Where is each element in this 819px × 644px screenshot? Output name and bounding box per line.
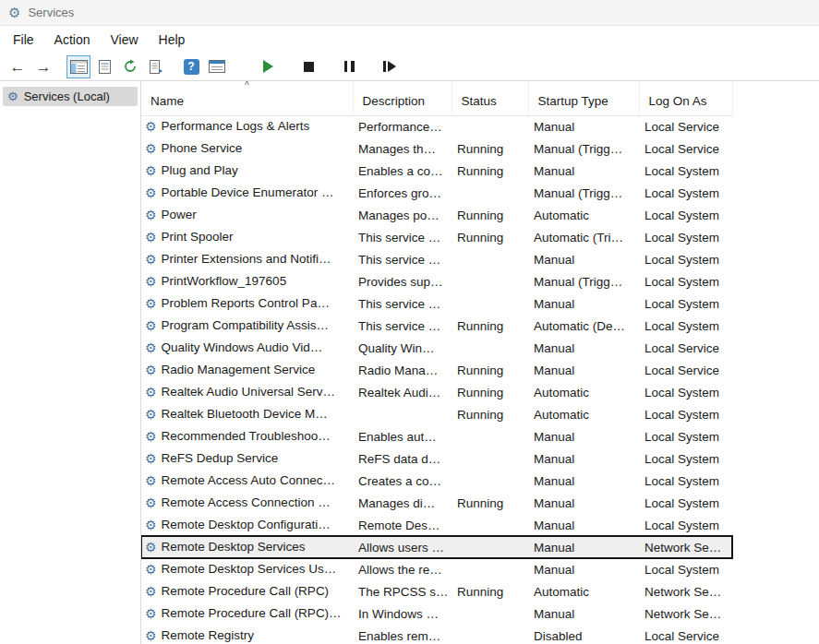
service-status: Running [452, 359, 528, 381]
service-row[interactable]: ⚙Realtek Bluetooth Device M…RunningAutom… [141, 403, 732, 425]
service-row[interactable]: ⚙Program Compatibility Assis…This servic… [141, 315, 732, 337]
service-row[interactable]: ⚙Radio Management ServiceRadio Mana…Runn… [141, 359, 732, 381]
services-table: ^ Name Description Status Startup Type [141, 81, 733, 644]
action-pane-button[interactable] [205, 55, 229, 78]
service-startup-type: Manual [528, 160, 639, 182]
service-row[interactable]: ⚙Printer Extensions and Notifi…This serv… [141, 248, 732, 270]
forward-button[interactable]: → [31, 55, 55, 78]
service-name-cell: ⚙Realtek Audio Universal Serv… [141, 381, 353, 403]
column-header-description[interactable]: Description [353, 81, 452, 115]
service-name: Quality Windows Audio Vid… [162, 340, 323, 354]
service-status: Running [452, 160, 528, 182]
service-log-on-as: Local Service [639, 115, 732, 137]
service-description: Manages di… [353, 492, 452, 514]
service-name-cell: ⚙Power [141, 204, 353, 226]
service-gear-icon: ⚙ [145, 141, 157, 156]
service-description: Quality Win… [353, 337, 452, 359]
service-name: Phone Service [162, 141, 243, 155]
service-row[interactable]: ⚙Remote Desktop Configurati…Remote Des…M… [141, 514, 732, 536]
properties-button[interactable] [92, 55, 116, 78]
service-name-cell: ⚙Print Spooler [141, 226, 353, 248]
stop-service-button[interactable] [296, 55, 320, 78]
service-row[interactable]: ⚙Remote RegistryEnables rem…DisabledLoca… [141, 625, 732, 644]
service-row[interactable]: ⚙Recommended Troubleshoo…Enables aut…Man… [141, 425, 732, 447]
service-row[interactable]: ⚙Realtek Audio Universal Serv…Realtek Au… [141, 381, 732, 403]
service-row[interactable]: ⚙Remote Desktop ServicesAllows users …Ma… [141, 536, 732, 558]
service-status [452, 447, 528, 470]
service-description: Performance… [353, 115, 452, 137]
service-name-cell: ⚙Portable Device Enumerator … [141, 182, 353, 204]
column-header-name[interactable]: ^ Name [141, 81, 353, 115]
service-row[interactable]: ⚙Phone ServiceManages th…RunningManual (… [141, 137, 732, 160]
service-row[interactable]: ⚙Performance Logs & AlertsPerformance…Ma… [141, 115, 732, 137]
service-gear-icon: ⚙ [145, 518, 157, 532]
service-row[interactable]: ⚙Problem Reports Control Pa…This service… [141, 292, 732, 315]
service-row[interactable]: ⚙Print SpoolerThis service …RunningAutom… [141, 226, 732, 248]
service-startup-type: Manual [528, 558, 639, 580]
service-name: PrintWorkflow_197605 [162, 274, 287, 288]
restart-service-button[interactable] [378, 55, 402, 78]
column-header-status[interactable]: Status [452, 81, 528, 115]
service-row[interactable]: ⚙Portable Device Enumerator …Enforces gr… [141, 182, 732, 204]
service-gear-icon: ⚙ [145, 363, 157, 377]
service-log-on-as: Local Service [639, 137, 732, 160]
service-row[interactable]: ⚙Remote Access Connection …Manages di…Ru… [141, 492, 732, 514]
service-gear-icon: ⚙ [145, 628, 157, 643]
service-description: ReFS data d… [353, 447, 452, 470]
service-row[interactable]: ⚙Remote Procedure Call (RPC)…In Windows … [141, 602, 732, 625]
service-description: Creates a co… [353, 470, 452, 492]
export-document-icon [150, 60, 163, 74]
tree-item-services-local[interactable]: ⚙ Services (Local) [3, 87, 138, 106]
service-description: This service … [353, 292, 452, 315]
export-list-button[interactable] [144, 55, 168, 78]
service-name: Power [162, 208, 197, 221]
services-table-body: ⚙Performance Logs & AlertsPerformance…Ma… [141, 115, 732, 644]
service-log-on-as: Local System [639, 425, 732, 447]
menu-action[interactable]: Action [44, 29, 101, 51]
column-header-label: Log On As [649, 94, 707, 108]
service-name-cell: ⚙Printer Extensions and Notifi… [141, 248, 353, 270]
service-name: ReFS Dedup Service [162, 451, 279, 465]
show-console-tree-button[interactable] [66, 55, 90, 78]
service-row[interactable]: ⚙PowerManages po…RunningAutomaticLocal S… [141, 204, 732, 226]
refresh-button[interactable] [118, 55, 142, 78]
service-status [452, 337, 528, 359]
service-row[interactable]: ⚙ReFS Dedup ServiceReFS data d…ManualLoc… [141, 447, 732, 470]
service-startup-type: Manual [528, 492, 639, 514]
service-status [452, 115, 528, 137]
service-row[interactable]: ⚙Remote Access Auto Connec…Creates a co…… [141, 470, 732, 492]
service-name-cell: ⚙Radio Management Service [141, 359, 353, 381]
column-header-log-on-as[interactable]: Log On As [639, 81, 732, 115]
service-name: Remote Registry [162, 628, 255, 642]
service-startup-type: Manual [528, 536, 639, 558]
service-row[interactable]: ⚙Remote Desktop Services Us…Allows the r… [141, 558, 732, 580]
service-status: Running [452, 226, 528, 248]
service-gear-icon: ⚙ [145, 230, 157, 244]
pause-icon [344, 61, 355, 72]
service-row[interactable]: ⚙PrintWorkflow_197605Provides sup…Manual… [141, 270, 732, 292]
service-gear-icon: ⚙ [145, 163, 157, 178]
service-name-cell: ⚙Remote Access Connection … [141, 492, 353, 514]
column-header-startup-type[interactable]: Startup Type [528, 81, 639, 115]
service-name-cell: ⚙Remote Procedure Call (RPC) [141, 580, 353, 602]
console-content: ⚙ Services (Local) ^ Name [0, 81, 819, 644]
service-startup-type: Automatic [528, 580, 639, 602]
menu-view[interactable]: View [100, 29, 148, 51]
service-startup-type: Manual [528, 514, 639, 536]
service-startup-type: Manual [528, 359, 639, 381]
help-button[interactable]: ? [179, 55, 203, 78]
service-log-on-as: Local System [639, 447, 732, 470]
service-startup-type: Manual [528, 447, 639, 470]
service-gear-icon: ⚙ [145, 119, 157, 134]
back-button[interactable]: ← [6, 55, 30, 78]
service-row[interactable]: ⚙Plug and PlayEnables a co…RunningManual… [141, 160, 732, 182]
start-service-button[interactable] [256, 55, 280, 78]
pause-service-button[interactable] [337, 55, 361, 78]
service-gear-icon: ⚙ [145, 451, 157, 466]
menu-file[interactable]: File [3, 29, 44, 51]
menu-help[interactable]: Help [149, 29, 196, 51]
service-status: Running [452, 315, 528, 337]
menu-bar: File Action View Help [0, 26, 819, 53]
service-row[interactable]: ⚙Quality Windows Audio Vid…Quality Win…M… [141, 337, 732, 359]
service-row[interactable]: ⚙Remote Procedure Call (RPC)The RPCSS s…… [141, 580, 732, 602]
